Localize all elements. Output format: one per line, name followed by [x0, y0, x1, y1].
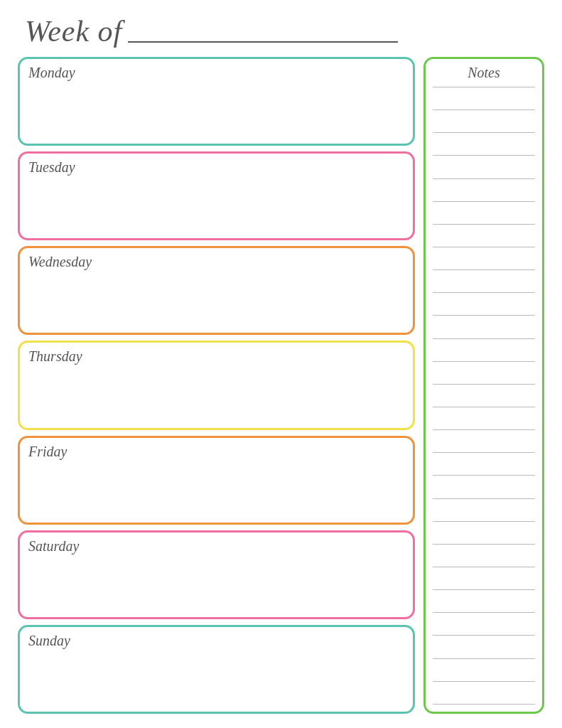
note-line — [433, 567, 535, 567]
note-line — [433, 338, 535, 339]
note-line — [433, 315, 535, 316]
note-line — [433, 178, 535, 179]
note-line — [433, 612, 535, 613]
note-line — [433, 361, 535, 362]
note-line — [433, 247, 535, 247]
saturday-label: Saturday — [28, 538, 79, 554]
note-line — [433, 429, 535, 430]
note-line — [433, 201, 535, 202]
tuesday-box: Tuesday — [18, 151, 415, 240]
note-line — [433, 452, 535, 453]
week-of-label: Week of — [25, 14, 122, 48]
sunday-box: Sunday — [18, 625, 415, 714]
note-line — [433, 87, 535, 87]
note-line — [433, 407, 535, 407]
monday-box: Monday — [18, 57, 415, 146]
note-line — [433, 589, 535, 590]
note-line — [433, 269, 535, 270]
note-line — [433, 224, 535, 225]
days-column: Monday Tuesday Wednesday Thursday Friday… — [18, 57, 415, 714]
friday-box: Friday — [18, 436, 415, 525]
weekly-planner-page: Week of Monday Tuesday Wednesday Thursda… — [0, 0, 562, 728]
week-date-line — [128, 41, 398, 43]
friday-label: Friday — [28, 444, 67, 459]
note-line — [433, 521, 535, 522]
wednesday-box: Wednesday — [18, 246, 415, 335]
header: Week of — [18, 14, 544, 48]
note-line — [433, 704, 535, 705]
notes-title: Notes — [433, 65, 535, 81]
note-line — [433, 544, 535, 545]
notes-lines — [433, 87, 535, 705]
note-line — [433, 635, 535, 636]
note-line — [433, 498, 535, 499]
note-line — [433, 155, 535, 156]
note-line — [433, 384, 535, 385]
sunday-label: Sunday — [28, 633, 70, 648]
thursday-box: Thursday — [18, 341, 415, 429]
main-content: Monday Tuesday Wednesday Thursday Friday… — [18, 57, 544, 714]
note-line — [433, 132, 535, 133]
note-line — [433, 109, 535, 110]
thursday-label: Thursday — [28, 348, 82, 364]
wednesday-label: Wednesday — [28, 254, 92, 269]
note-line — [433, 681, 535, 682]
note-line — [433, 475, 535, 476]
saturday-box: Saturday — [18, 530, 415, 619]
notes-column: Notes — [423, 57, 544, 714]
note-line — [433, 292, 535, 293]
note-line — [433, 658, 535, 659]
monday-label: Monday — [28, 65, 75, 80]
tuesday-label: Tuesday — [28, 159, 75, 175]
